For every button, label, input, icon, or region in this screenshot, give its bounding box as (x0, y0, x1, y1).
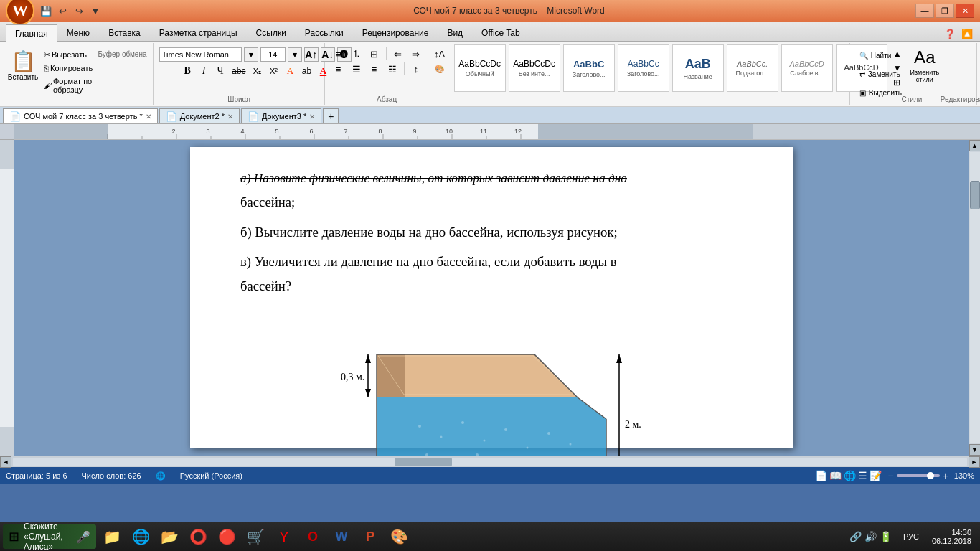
powerpoint-icon[interactable]: P (357, 524, 383, 550)
save-btn[interactable]: 💾 (39, 4, 53, 18)
tab-insert[interactable]: Вставка (99, 24, 150, 41)
line-spacing-btn[interactable]: ↕ (408, 62, 424, 75)
justify-btn[interactable]: ☷ (385, 62, 400, 75)
doc-tab-1[interactable]: 📄 СОЧ мой 7 класс за 3 четверть * ✕ (3, 108, 158, 123)
font-size-dropdown[interactable]: ▾ (288, 47, 302, 62)
zoom-percent[interactable]: 130% (954, 471, 974, 480)
folder-icon[interactable]: 📂 (156, 524, 182, 550)
paste-button[interactable]: 📋 Вставить (7, 46, 39, 86)
zoom-slider[interactable] (897, 474, 940, 477)
tab-home[interactable]: Главная (6, 24, 57, 42)
doc-tab-3-close[interactable]: ✕ (309, 113, 315, 121)
style-subtle-emphasis[interactable]: AaBbCcD Слабое в... (781, 44, 833, 92)
opera2-icon[interactable]: O (300, 524, 326, 550)
text-effects-btn[interactable]: A (283, 64, 297, 78)
font-name-dropdown[interactable]: ▾ (244, 47, 258, 62)
battery-icon[interactable]: 🔋 (880, 531, 892, 542)
yandex-icon[interactable]: 🔴 (214, 524, 240, 550)
ribbon-minimize-btn[interactable]: 🔼 (960, 27, 974, 41)
replace-button[interactable]: ⇄ Заменить (856, 66, 906, 82)
align-center-btn[interactable]: ☰ (349, 62, 364, 75)
vertical-scrollbar[interactable]: ▲ ▼ (969, 140, 980, 456)
bullets-btn[interactable]: ≡ (331, 47, 347, 60)
redo-btn[interactable]: ↪ (72, 4, 86, 18)
restore-btn[interactable]: ❐ (936, 4, 954, 18)
superscript-button[interactable]: X² (266, 64, 281, 78)
word-taskbar-icon[interactable]: W (329, 524, 354, 550)
store-icon[interactable]: 🛒 (242, 524, 268, 550)
explorer-icon[interactable]: 📁 (99, 524, 125, 550)
close-btn[interactable]: ✕ (956, 4, 974, 18)
tab-menu[interactable]: Меню (57, 24, 99, 41)
style-normal[interactable]: AaBbCcDc Обычный (454, 44, 506, 92)
shading-btn[interactable]: 🎨 (432, 62, 448, 75)
bold-button[interactable]: B (180, 64, 194, 78)
start-button[interactable]: ⊞ Скажите «Слушай, Алиса» 🎤 (3, 524, 96, 549)
tab-page-layout[interactable]: Разметка страницы (150, 24, 247, 41)
tab-mailings[interactable]: Рассылки (296, 24, 353, 41)
scroll-left-btn[interactable]: ◄ (0, 456, 11, 468)
tab-office-tab[interactable]: Office Tab (472, 24, 529, 41)
decrease-indent-btn[interactable]: ⇐ (390, 47, 406, 60)
format-painter-button[interactable]: 🖌 Формат по образцу (40, 75, 96, 95)
view-draft-btn[interactable]: 📝 (870, 470, 882, 481)
scroll-thumb[interactable] (970, 181, 980, 209)
style-heading1[interactable]: AaBbC Заголово... (563, 44, 615, 92)
h-scroll-thumb[interactable] (395, 458, 452, 466)
view-outline-btn[interactable]: ☰ (858, 470, 867, 481)
find-button[interactable]: 🔍 Найти (856, 47, 906, 63)
select-button[interactable]: ▣ Выделить (856, 85, 906, 100)
undo-btn[interactable]: ↩ (55, 4, 70, 18)
zoom-minus-btn[interactable]: − (887, 470, 893, 481)
view-fullscreen-btn[interactable]: 📖 (829, 470, 842, 481)
tab-references[interactable]: Ссылки (247, 24, 296, 41)
language-indicator[interactable]: РУС (899, 532, 923, 541)
scroll-track[interactable] (970, 152, 980, 443)
cut-button[interactable]: ✂ Вырезать (40, 49, 96, 61)
tab-review[interactable]: Рецензирование (353, 24, 438, 41)
volume-icon[interactable]: 🔊 (864, 531, 877, 542)
strikethrough-button[interactable]: abc (230, 64, 248, 78)
scroll-right-btn[interactable]: ► (969, 456, 980, 468)
font-name-input[interactable] (159, 47, 242, 62)
align-right-btn[interactable]: ≡ (367, 62, 382, 75)
horizontal-scrollbar[interactable]: ◄ ► (0, 456, 980, 467)
scroll-down-btn[interactable]: ▼ (969, 444, 981, 456)
text-highlight-btn[interactable]: ab (299, 64, 314, 78)
doc-tab-1-close[interactable]: ✕ (146, 113, 151, 121)
style-no-spacing[interactable]: AaBbCcDc Без инте... (509, 44, 560, 92)
network-icon[interactable]: 🔗 (849, 531, 862, 542)
yandex-browser-icon[interactable]: Y (271, 524, 297, 550)
view-web-btn[interactable]: 🌐 (844, 470, 856, 481)
new-doc-tab[interactable]: + (323, 108, 339, 123)
scroll-up-btn[interactable]: ▲ (969, 140, 981, 151)
system-clock[interactable]: 14:30 06.12.2018 (926, 528, 977, 545)
minimize-btn[interactable]: — (915, 4, 934, 18)
font-size-input[interactable] (260, 47, 286, 62)
h-scroll-track[interactable] (13, 458, 967, 466)
sort-btn[interactable]: ↕A (432, 47, 448, 60)
italic-button[interactable]: I (197, 64, 211, 78)
increase-indent-btn[interactable]: ⇒ (408, 47, 424, 60)
doc-tab-2-close[interactable]: ✕ (227, 113, 233, 121)
qat-dropdown[interactable]: ▼ (88, 4, 103, 18)
doc-tab-3[interactable]: 📄 Документ3 * ✕ (241, 108, 321, 123)
subscript-button[interactable]: X₂ (250, 64, 264, 78)
change-styles-button[interactable]: Аа Изменить стили (909, 47, 941, 83)
view-print-btn[interactable]: 📄 (815, 470, 827, 481)
doc-tab-2[interactable]: 📄 Документ2 * ✕ (159, 108, 240, 123)
style-subtitle[interactable]: AaBbCc. Подзагол... (727, 44, 778, 92)
multilevel-btn[interactable]: ⊞ (367, 47, 382, 60)
ie-icon[interactable]: 🌐 (128, 524, 154, 550)
tab-view[interactable]: Вид (438, 24, 472, 41)
help-btn[interactable]: ❓ (943, 27, 957, 41)
increase-font-btn[interactable]: A↑ (304, 47, 319, 62)
align-left-btn[interactable]: ≡ (331, 62, 347, 75)
style-heading2[interactable]: AaBbCc Заголово... (618, 44, 669, 92)
document-area[interactable]: а) Назовите физические величины, от кото… (14, 140, 969, 456)
copy-button[interactable]: ⎘ Копировать (40, 62, 96, 74)
opera-icon[interactable]: ⭕ (185, 524, 211, 550)
paint-icon[interactable]: 🎨 (386, 524, 412, 550)
underline-button[interactable]: Ч (213, 64, 227, 78)
style-title[interactable]: AaB Название (672, 44, 724, 92)
